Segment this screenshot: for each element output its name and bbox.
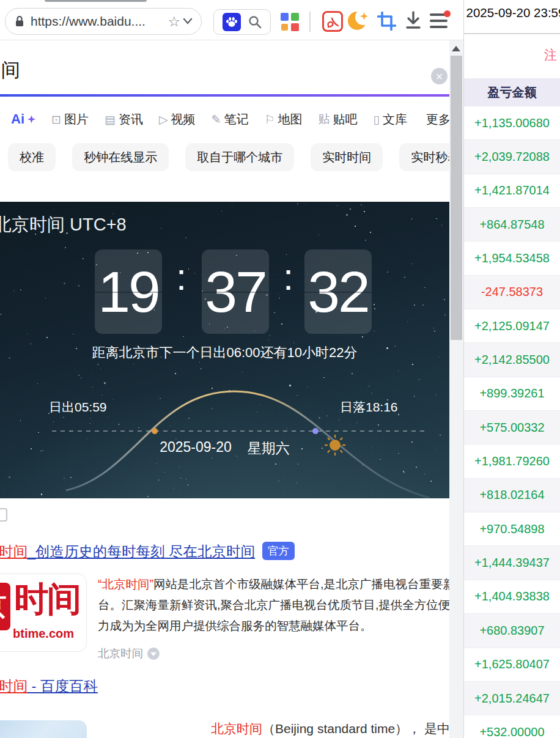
chevron-down-icon[interactable] [183,18,193,25]
profit-rows: +1,135.00680 +2,039.72088 +1,421.87014 +… [464,106,560,738]
source-dropdown-icon[interactable] [147,648,160,660]
related-chips: 校准 秒钟在线显示 取自于哪个城市 实时时间 实时秒表 [0,143,449,171]
result-tab[interactable]: ▤ 资讯 [105,111,143,128]
tab-label: 贴吧 [333,111,357,128]
profit-row: +899.39261 [464,377,560,411]
profit-row: +2,125.09147 [464,309,560,343]
menu-icon[interactable] [430,13,448,29]
pdf-extension-icon[interactable] [322,11,343,32]
tab-label: 更多 [426,111,449,128]
url-text[interactable]: https://www.baidu.... [31,14,164,29]
crop-screenshot-icon[interactable] [377,12,396,33]
lock-icon [14,15,25,28]
browser-tab-edge [45,0,147,2]
clock-colon: : [283,258,293,296]
description-line: 台。汇聚海量新鲜资讯,聚合北京广播电视台优质节目,提供全方位便 [98,594,449,615]
vertical-scrollbar[interactable] [449,40,463,738]
result-tab[interactable]: ⚐ 地图 [264,111,302,128]
result1-thumbnail[interactable]: 京 时间 btime.com [0,574,87,652]
ai-sparkle-icon [28,116,35,124]
clipped-icon-fragment [0,508,7,522]
profit-row: +680.83907 [464,614,560,648]
result3-snippet: 北京时间（Beijing standard time）， 是中华人民共和国全境采… [211,720,449,737]
searchbox-underline [0,94,449,97]
result-tab[interactable]: ▯ 文库 [373,111,407,128]
scrollbar-thumb[interactable] [451,56,462,340]
tab-icon: ✎ [212,113,221,127]
profit-row: +1,981.79260 [464,445,560,478]
address-bar[interactable]: https://www.baidu.... ☆ [5,8,202,35]
profit-row: +2,015.24647 [464,682,560,715]
highlighted-keyword[interactable]: 时间 [0,544,28,559]
tab-label: 地图 [278,111,302,128]
bookmark-star-icon[interactable]: ☆ [168,13,180,30]
result-tab[interactable]: ✎ 笔记 [212,111,249,128]
panel-header-area: - 2025-09-20 23:59 [464,0,560,34]
profit-row: +1,421.87014 [464,174,560,208]
sunrise-label: 日出05:59 [49,399,107,416]
baidu-paw-icon[interactable] [223,13,241,31]
profit-row: +2,142.85500 [464,343,560,377]
filter-chip[interactable]: 实时秒表 [399,143,449,171]
highlighted-keyword: 北京时间 [211,721,262,736]
tab-label: 图片 [64,111,89,128]
flip-card-hours: 19 [95,249,162,334]
profit-row: +818.02164 [464,479,560,512]
download-icon[interactable] [404,11,422,33]
search-input[interactable]: 间 [1,57,20,83]
tab-icon: ▤ [105,113,116,127]
extension-group [213,9,271,35]
night-mode-icon[interactable] [347,10,369,32]
profit-row: -247.58373 [464,276,560,309]
search-icon[interactable] [248,15,262,29]
sunrise-dot [152,428,158,434]
result3-thumbnail[interactable] [0,720,87,738]
profit-row: +2,039.72088 [464,140,560,174]
profit-row: +1,135.00680 [464,106,560,140]
weekday-text: 星期六 [248,439,290,458]
filter-chip[interactable]: 校准 [8,143,56,171]
note-fragment: 注 [544,46,557,64]
beijing-time-widget: 北京时间 UTC+8 19 : 37 : 32 距离北京市下一个日出06:00还… [0,202,449,498]
profit-row: +532.00000 [464,715,560,738]
tab-ai[interactable]: Ai [11,111,35,127]
date-text: 2025-09-20 [160,439,232,458]
tab-icon: ▷ [159,113,168,127]
profit-row: +970.54898 [464,512,560,546]
profit-row: +1,444.39437 [464,546,560,580]
tab-icon: ⊡ [51,113,61,127]
result1-source[interactable]: 北京时间 [98,646,160,661]
result-tab[interactable]: 更多 [423,111,449,128]
panel-timestamp: - 2025-09-20 23:59 [459,6,560,20]
filter-chip[interactable]: 实时时间 [311,143,383,171]
browser-toolbar: https://www.baidu.... ☆ [0,0,463,40]
result2-title[interactable]: 时间 - 百度百科 [0,676,98,696]
profit-row: +1,954.53458 [464,242,560,275]
result-tab[interactable]: ⊡ 图片 [51,111,89,128]
current-position-dot [312,428,319,434]
apps-grid-icon[interactable] [281,13,299,31]
tab-label: 文库 [383,111,407,128]
result1-title[interactable]: 时间_创造历史的每时每刻 尽在北京时间官方 [0,542,295,561]
result-tabs: Ai ⊡ 图片 ▤ 资讯 ▷ 视 [0,104,449,135]
sunset-label: 日落18:16 [340,399,398,416]
tab-label: 视频 [171,111,196,128]
description-line: “北京时间”网站是北京首个市级融媒体平台,是北京广播电视台重要新 [98,574,449,594]
scrollbar-up-arrow[interactable] [452,46,460,51]
tab-label: 资讯 [119,111,143,128]
filter-chip[interactable]: 秒钟在线显示 [72,143,169,171]
official-badge: 官方 [262,542,295,560]
search-page-content: 间 × Ai ⊡ 图片 ▤ 资讯 [0,40,449,738]
clear-search-button[interactable]: × [431,68,448,84]
app-root: https://www.baidu.... ☆ [0,0,560,738]
description-line: 力成为为全网用户提供综合服务的智慧融媒体平台。 [98,615,449,636]
highlighted-keyword[interactable]: 时间 [0,678,28,694]
profit-row: +1,404.93838 [464,580,560,614]
clock-title: 北京时间 UTC+8 [0,213,127,237]
result-tab[interactable]: ▷ 视频 [159,111,196,128]
flip-card-minutes: 37 [202,249,269,334]
filter-chip[interactable]: 取自于哪个城市 [185,143,294,171]
result1-description: “北京时间”网站是北京首个市级融媒体平台,是北京广播电视台重要新 台。汇聚海量新… [98,574,449,636]
date-row: 2025-09-20 星期六 [0,439,449,458]
result-tab[interactable]: 贴 贴吧 [318,111,357,128]
